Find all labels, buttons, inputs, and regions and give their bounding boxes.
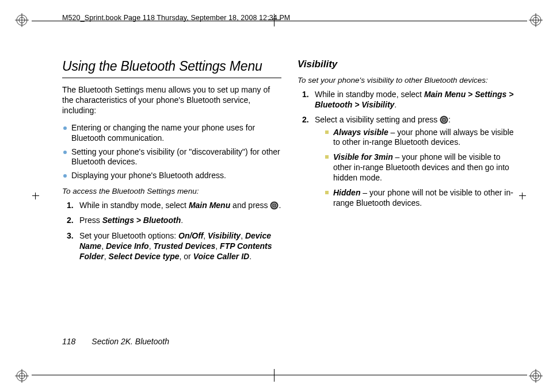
option-name: Hidden (333, 188, 360, 197)
ui-option: Visibility (208, 231, 241, 240)
step-text: While in standby mode, select (315, 90, 424, 99)
ui-option: Select Device type (109, 252, 180, 261)
step-text: : (448, 115, 451, 124)
step-text: . (394, 100, 396, 109)
bullet-item: Setting your phone's visibility (or "dis… (62, 147, 281, 168)
registration-mark-icon (529, 369, 543, 383)
step-text: and press (230, 201, 270, 210)
step-item: Set your Bluetooth options: On/Off, Visi… (67, 230, 281, 262)
step-text: . (249, 252, 251, 261)
ui-option: On/Off (178, 231, 203, 240)
ui-option: Device Info (106, 241, 149, 251)
registration-mark-icon (15, 13, 29, 27)
ui-option: Trusted Devices (153, 241, 215, 251)
page-number: 118 (62, 337, 75, 346)
steps-list: While in standby mode, select Main Menu … (302, 89, 517, 209)
bullet-item: Displaying your phone's Bluetooth addres… (62, 171, 281, 181)
ui-option: Voice Caller ID (193, 252, 250, 261)
step-text: . (279, 201, 281, 210)
ok-button-icon (440, 116, 448, 124)
section-label: Section 2K. Bluetooth (92, 337, 169, 346)
lead-in: To access the Bluetooth Settings menu: (62, 187, 281, 195)
step-text: While in standby mode, select (79, 201, 189, 210)
step-text: , or (180, 252, 193, 261)
ui-path: Settings > Bluetooth (102, 216, 181, 225)
step-item: Press Settings > Bluetooth. (67, 215, 281, 225)
book-header: M520_Sprint.book Page 118 Thursday, Sept… (62, 14, 290, 22)
right-column: Visibility To set your phone's visibilit… (298, 53, 517, 267)
step-text: . (181, 216, 183, 225)
svg-point-21 (443, 119, 445, 121)
left-column: Using the Bluetooth Settings Menu The Bl… (62, 53, 281, 267)
ok-button-icon (270, 201, 279, 210)
intro-paragraph: The Bluetooth Settings menu allows you t… (62, 85, 281, 116)
visibility-options: Always visible – your phone will always … (325, 128, 517, 209)
option-desc: – your phone will not be visible to othe… (333, 188, 513, 207)
registration-mark-icon (529, 13, 543, 27)
registration-mark-icon (15, 369, 29, 383)
lead-in: To set your phone's visibility to other … (298, 76, 517, 84)
step-text: Set your Bluetooth options: (79, 231, 178, 240)
bullet-item: Entering or changing the name your phone… (62, 123, 281, 144)
option-item: Visible for 3min – your phone will be vi… (325, 152, 517, 183)
page-content: Using the Bluetooth Settings Menu The Bl… (62, 53, 517, 346)
feature-bullets: Entering or changing the name your phone… (62, 123, 281, 182)
crosshair-icon (268, 369, 281, 382)
step-text: Select a visibility setting and press (315, 115, 440, 124)
step-item: While in standby mode, select Main Menu … (302, 89, 517, 110)
option-name: Visible for 3min (333, 152, 393, 162)
svg-point-18 (273, 205, 275, 206)
section-title: Using the Bluetooth Settings Menu (62, 59, 281, 78)
option-name: Always visible (333, 128, 388, 137)
page-footer: 118Section 2K. Bluetooth (62, 337, 169, 346)
steps-list: While in standby mode, select Main Menu … (67, 200, 281, 262)
tick-mark-icon (519, 193, 526, 199)
subsection-title: Visibility (298, 59, 517, 70)
ui-path: Main Menu (189, 201, 230, 210)
option-item: Always visible – your phone will always … (325, 128, 517, 148)
step-item: While in standby mode, select Main Menu … (67, 200, 281, 210)
step-text: Press (79, 216, 102, 225)
option-item: Hidden – your phone will not be visible … (325, 188, 517, 209)
tick-mark-icon (32, 193, 39, 199)
step-item: Select a visibility setting and press : … (302, 114, 517, 209)
